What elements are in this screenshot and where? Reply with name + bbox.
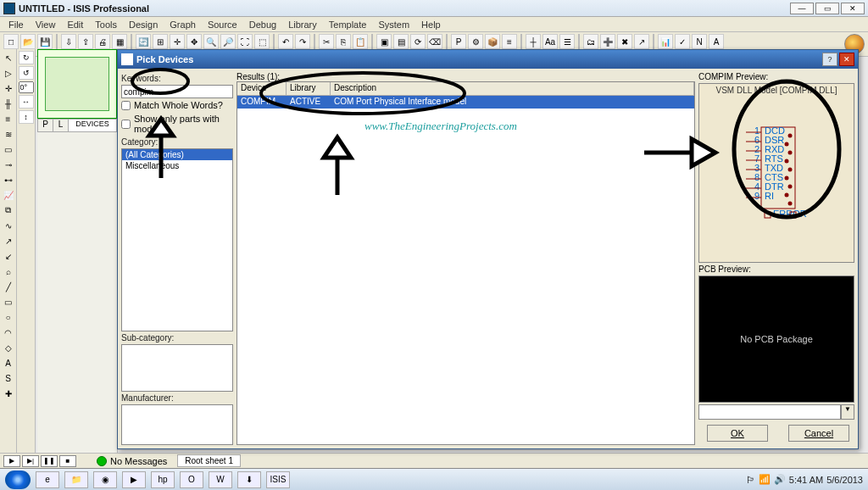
erc-icon[interactable]: ✓ [675,34,690,49]
origin-icon[interactable]: ✛ [170,34,185,49]
tray-sound-icon[interactable]: 🔊 [774,474,786,485]
start-button[interactable] [5,471,31,489]
p-button[interactable]: P [38,120,53,131]
menu-graph[interactable]: Graph [164,19,201,31]
refresh-icon[interactable]: 🔄 [136,34,151,49]
menu-template[interactable]: Template [324,19,372,31]
design-explorer-icon[interactable]: 🗂 [583,34,598,49]
menu-source[interactable]: Source [203,19,242,31]
task-media-icon[interactable]: ▶ [122,471,146,488]
packaging-icon[interactable]: 📦 [485,34,500,49]
block-delete-icon[interactable]: ⌫ [427,34,442,49]
decompose-icon[interactable]: ≡ [502,34,517,49]
grid-icon[interactable]: ⊞ [153,34,168,49]
cut-icon[interactable]: ✂ [319,34,334,49]
tray-flag-icon[interactable]: 🏳 [746,475,755,485]
tray-network-icon[interactable]: 📶 [759,474,771,485]
zoom-area-icon[interactable]: ⬚ [254,34,270,49]
rotation-input[interactable] [19,81,34,93]
package-combo-input[interactable] [698,404,841,420]
menu-debug[interactable]: Debug [244,19,281,31]
selection-icon[interactable]: ↖ [2,51,15,64]
circle-icon[interactable]: ○ [2,310,15,324]
category-listbox[interactable]: (All Categories) Miscellaneous [121,148,233,331]
task-hp-icon[interactable]: hp [151,471,175,488]
remove-sheet-icon[interactable]: ✖ [617,34,632,49]
pick-icon[interactable]: P [451,34,466,49]
match-whole-checkbox[interactable] [121,101,131,110]
make-device-icon[interactable]: ⚙ [468,34,483,49]
task-chrome-icon[interactable]: ◉ [93,471,117,488]
wire-autoroute-icon[interactable]: ┼ [526,34,541,49]
box-icon[interactable]: ▭ [2,295,15,309]
current-probe-icon[interactable]: ↙ [2,249,15,263]
menu-file[interactable]: File [3,19,29,31]
menu-edit[interactable]: Edit [62,19,88,31]
terminal-icon[interactable]: ⊸ [2,158,15,171]
task-ie-icon[interactable]: e [36,471,59,488]
task-isis-icon[interactable]: ISIS [266,471,290,488]
rotate-ccw-icon[interactable]: ↺ [19,66,34,80]
menu-view[interactable]: View [31,19,61,31]
list-item[interactable]: (All Categories) [122,149,232,160]
area-icon[interactable]: ▦ [112,34,127,49]
play-icon[interactable]: ▶ [3,455,20,467]
maximize-button[interactable]: ▭ [815,3,839,14]
subcircuit-icon[interactable]: ▭ [2,142,15,156]
task-opera-icon[interactable]: O [180,471,203,488]
zoom-in-icon[interactable]: 🔍 [203,34,219,49]
pause-icon[interactable]: ❚❚ [41,455,58,467]
save-icon[interactable]: 💾 [37,34,53,49]
symbol-icon[interactable]: S [2,371,15,385]
bom-icon[interactable]: 📊 [658,34,673,49]
zoom-all-icon[interactable]: ⛶ [237,34,253,49]
path-icon[interactable]: ◇ [2,341,15,354]
import-icon[interactable]: ⇩ [61,34,76,49]
close-button[interactable]: ✕ [841,3,865,14]
open-icon[interactable]: 📂 [20,34,36,49]
dialog-title-bar[interactable]: Pick Devices ? ✕ [118,50,858,69]
search-tag-icon[interactable]: Aa [542,34,558,49]
minimize-button[interactable]: — [790,3,814,14]
component-icon[interactable]: ▷ [2,66,15,80]
print-icon[interactable]: 🖨 [95,34,110,49]
menu-help[interactable]: Help [416,19,446,31]
dialog-close-button[interactable]: ✕ [839,53,854,66]
col-device[interactable]: Device [237,82,287,95]
menu-library[interactable]: Library [283,19,322,31]
col-library[interactable]: Library [287,82,331,95]
rotate-cw-icon[interactable]: ↻ [19,51,34,64]
list-item[interactable]: Miscellaneous [122,160,232,171]
undo-icon[interactable]: ↶ [278,34,293,49]
table-row[interactable]: COMPIM ACTIVE COM Port Physical Interfac… [237,96,694,109]
paste-icon[interactable]: 📋 [353,34,368,49]
text-script-icon[interactable]: ≡ [2,112,15,125]
step-icon[interactable]: ▶| [22,455,39,467]
new-sheet-icon[interactable]: ➕ [600,34,615,49]
block-move-icon[interactable]: ▤ [393,34,409,49]
l-button[interactable]: L [53,120,69,131]
block-copy-icon[interactable]: ▣ [376,34,392,49]
netlist-icon[interactable]: N [692,34,707,49]
show-models-checkbox[interactable] [121,120,131,129]
copy-icon[interactable]: ⎘ [336,34,351,49]
task-idm-icon[interactable]: ⬇ [237,471,261,488]
graph-icon[interactable]: 📈 [2,188,15,202]
generator-icon[interactable]: ∿ [2,219,15,232]
arc-icon[interactable]: ◠ [2,326,15,339]
instruments-icon[interactable]: ⌕ [2,264,15,278]
ares-icon[interactable]: A [709,34,724,49]
package-combo-dropdown[interactable]: ▼ [841,404,854,420]
zoom-out-icon[interactable]: 🔎 [220,34,236,49]
junction-icon[interactable]: ✛ [2,81,15,95]
tape-icon[interactable]: ⧉ [2,203,15,217]
device-pin-icon[interactable]: ⊷ [2,173,15,187]
marker-icon[interactable]: ✚ [2,387,15,400]
subcategory-listbox[interactable] [121,344,233,392]
sheet-tab[interactable]: Root sheet 1 [177,454,241,467]
keywords-input[interactable] [121,85,233,98]
voltage-probe-icon[interactable]: ↗ [2,234,15,248]
task-word-icon[interactable]: W [209,471,232,488]
new-icon[interactable]: □ [3,34,19,49]
task-explorer-icon[interactable]: 📁 [64,471,88,488]
